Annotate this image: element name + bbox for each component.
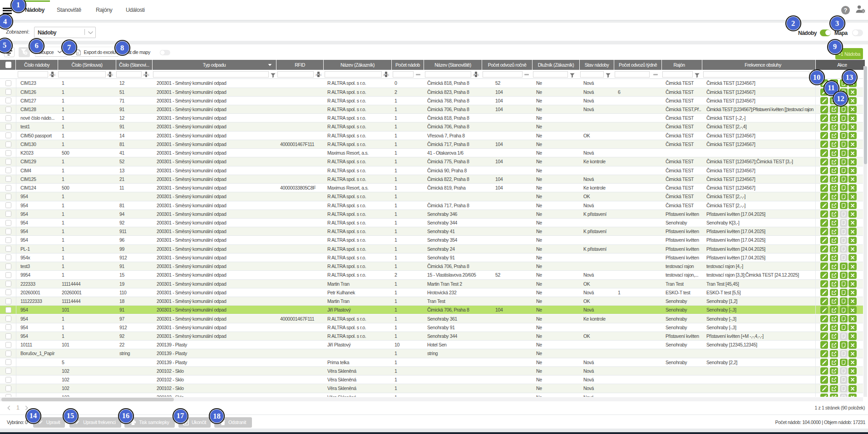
svg-text:x: x: [77, 51, 79, 54]
